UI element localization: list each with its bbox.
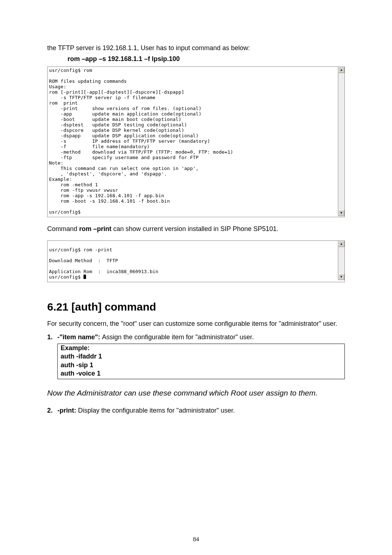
arrow-up-icon: ▲ [340, 242, 343, 246]
italic-note: Now the Administrator can use these comm… [47, 388, 345, 398]
scroll-down-button[interactable]: ▼ [338, 274, 344, 280]
terminal-window-rom: usr/config$ rom ROM files updating comma… [47, 66, 345, 217]
scroll-up-button[interactable]: ▲ [338, 67, 344, 73]
list-item-2: 2.-print: Display the configurable items… [47, 406, 345, 415]
intro-paragraph: the TFTP server is 192.168.1.1, User has… [47, 44, 345, 52]
scroll-track[interactable] [338, 247, 344, 274]
page-number: 84 [0, 536, 392, 543]
terminal-window-print: usr/config$ rom -print Download Method :… [47, 240, 345, 282]
list-number: 2. [47, 406, 57, 415]
list-number: 1. [47, 333, 57, 341]
example-box: Example: auth -ifaddr 1 auth -sip 1 auth… [57, 344, 345, 379]
scroll-track[interactable] [338, 73, 344, 210]
list-item-1: 1.-"item name": Assign the configurable … [47, 333, 345, 341]
example-title: Example: [61, 344, 342, 352]
example-line2: auth -sip 1 [61, 361, 342, 369]
list-body: Assign the configurable item for "admini… [102, 333, 254, 341]
arrow-down-icon: ▼ [340, 275, 343, 279]
scrollbar[interactable]: ▲ ▼ [338, 67, 344, 216]
example-line1: auth -ifaddr 1 [61, 352, 342, 361]
rom-print-paragraph: Command rom –print can show current vers… [47, 224, 345, 233]
terminal-output: usr/config$ rom ROM files updating comma… [48, 67, 338, 217]
scrollbar[interactable]: ▲ ▼ [338, 241, 344, 280]
auth-intro-paragraph: For security concern, the "root" user ca… [47, 319, 345, 328]
scroll-down-button[interactable]: ▼ [338, 210, 344, 216]
document-page: the TFTP server is 192.168.1.1, User has… [0, 0, 392, 428]
scroll-up-button[interactable]: ▲ [338, 241, 344, 247]
list-head: -"item name": [57, 333, 102, 341]
example-line3: auth -voice 1 [61, 369, 342, 378]
para2-post: can show current version installed in SI… [111, 225, 278, 232]
command-example-text: rom –app –s 192.168.1.1 –f lpsip.100 [68, 54, 345, 63]
list-body: Display the configurable items for "admi… [78, 407, 235, 414]
para2-bold: rom –print [79, 225, 111, 232]
para2-pre: Command [47, 225, 79, 232]
list-head: -print: [57, 407, 78, 414]
arrow-up-icon: ▲ [340, 68, 343, 72]
terminal-output: usr/config$ rom -print Download Method :… [48, 241, 338, 282]
section-heading: 6.21 [auth] command [47, 300, 345, 315]
arrow-down-icon: ▼ [340, 211, 343, 215]
terminal-cursor [83, 275, 86, 279]
